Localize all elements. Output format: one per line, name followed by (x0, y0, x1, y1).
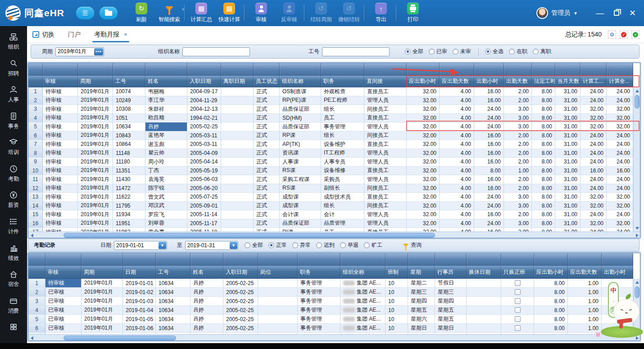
table-cell[interactable]: 8.00 (534, 288, 568, 297)
table-cell[interactable]: 星期四 (408, 297, 435, 306)
table-cell[interactable]: 4.00 (440, 158, 474, 167)
maximize-button[interactable] (614, 9, 619, 17)
table-cell[interactable]: 24.00 (607, 184, 633, 193)
table-cell[interactable]: 24.00 (474, 122, 504, 131)
table-cell[interactable] (221, 193, 254, 202)
column-header[interactable]: 职务 (298, 266, 340, 278)
table-cell[interactable]: 16.00 (474, 158, 504, 167)
table-cell[interactable]: 2019年01月 (78, 131, 113, 141)
table-cell[interactable]: 32.00 (581, 219, 607, 228)
table-cell[interactable]: 10634 (156, 306, 190, 315)
table-cell[interactable] (221, 202, 254, 211)
date-from-select[interactable]: 2019-01-01 ▼ (114, 241, 167, 250)
table-cell[interactable]: 2.00 (504, 228, 532, 231)
checkbox[interactable] (515, 325, 521, 331)
table-cell[interactable]: 2.00 (504, 140, 532, 149)
close-button[interactable]: ✕ (629, 9, 636, 17)
column-header[interactable]: 审核 (43, 76, 78, 87)
table-cell[interactable]: 正式 (254, 149, 280, 158)
toolbar-button-calc[interactable]: ▦快速计算 (215, 3, 243, 23)
table-cell[interactable]: 待审核 (43, 193, 78, 202)
column-header[interactable]: 出勤小时 (474, 76, 504, 87)
horizontal-scrollbar[interactable] (28, 334, 640, 341)
table-cell[interactable]: 2005-11-17 (187, 219, 221, 228)
table-cell[interactable]: 星期二 (408, 279, 435, 288)
sidebar-item-attendance[interactable]: 考勤 (0, 164, 27, 191)
table-row[interactable]: 15待审核2019年01月11934罗应飞2005-11-14正式会计课会计管理… (28, 210, 633, 219)
period-input[interactable]: 2019年01月 ••• (55, 47, 104, 56)
table-cell[interactable] (221, 149, 254, 158)
org-name-input[interactable] (182, 47, 250, 56)
column-header[interactable] (28, 266, 45, 278)
table-cell[interactable]: 2004-11-29 (187, 96, 221, 105)
table-cell[interactable]: 4.00 (440, 140, 474, 149)
table-cell[interactable]: 32.00 (581, 114, 607, 123)
table-cell[interactable]: PE工程师 (321, 96, 364, 105)
column-header[interactable]: 班制 (385, 266, 408, 278)
table-cell[interactable]: 10634 (156, 279, 190, 288)
table-cell[interactable]: 副组长 (321, 184, 364, 193)
table-cell[interactable]: 2005-07-25 (187, 193, 221, 202)
table-cell[interactable]: RP课 (280, 131, 321, 141)
table-cell[interactable] (258, 288, 298, 297)
table-cell[interactable] (467, 279, 501, 288)
column-header[interactable]: 岗位 (258, 266, 298, 278)
table-cell[interactable]: 2019年01月 (78, 105, 113, 114)
column-header[interactable]: 日期 (123, 266, 156, 278)
table-cell[interactable]: 32.00 (607, 122, 633, 131)
table-cell[interactable]: 2019年01月 (78, 149, 113, 158)
table-cell[interactable]: 已审核 (45, 315, 82, 324)
table-cell[interactable]: 品质管理 (321, 219, 364, 228)
table-cell[interactable]: 星期四 (435, 297, 467, 306)
table-cell[interactable]: 8.00 (474, 167, 504, 176)
table-cell[interactable]: 2.00 (504, 96, 532, 105)
table-cell[interactable]: 32.00 (407, 105, 440, 114)
table-cell[interactable]: 4.00 (440, 96, 474, 105)
table-cell[interactable]: 2005-02-25 (223, 288, 258, 297)
table-cell[interactable]: 2005-02-25 (223, 306, 258, 315)
table-cell[interactable]: 8.00 (532, 96, 555, 105)
table-cell[interactable]: 已审核 (45, 288, 82, 297)
table-cell[interactable]: 正式 (254, 158, 280, 167)
table-cell[interactable]: 吕婷 (190, 279, 223, 288)
table-cell[interactable]: 吕婷 (190, 297, 223, 306)
table-cell[interactable]: 24.00 (474, 114, 504, 123)
table-cell[interactable] (258, 324, 298, 333)
table-cell[interactable]: 间接员工 (364, 184, 407, 193)
table-cell[interactable]: 32.00 (407, 114, 440, 123)
table-cell[interactable]: 2019-01-02 (123, 288, 156, 297)
table-cell[interactable] (221, 140, 254, 149)
minimize-button[interactable]: — (596, 9, 604, 17)
table-cell[interactable]: 正式 (254, 210, 280, 219)
table-cell[interactable]: 事务管理 (298, 279, 340, 288)
table-cell[interactable]: 24.00 (581, 184, 607, 193)
tab-切换[interactable]: 切换 (32, 26, 54, 43)
table-cell[interactable]: 已审核 (45, 306, 82, 315)
table-cell[interactable]: 星期日 (408, 324, 435, 333)
table-cell[interactable]: 32.00 (607, 219, 633, 228)
table-row[interactable]: 5待审核2019年01月10634吕婷2005-02-25正式品质保证部事务管理… (28, 122, 633, 131)
table-cell[interactable]: 11962 (113, 228, 145, 231)
table-cell[interactable]: 32.00 (407, 184, 440, 193)
column-header[interactable]: 法定工时 (532, 76, 555, 87)
table-row[interactable]: 17待审核2019年01月11962黄金秀2005-11-18正式RI课员工直接… (28, 228, 633, 231)
table-cell[interactable]: 吕婷 (190, 324, 223, 333)
table-cell[interactable]: 31.00 (555, 158, 581, 167)
table-cell[interactable]: 集团 AE... (340, 279, 385, 288)
table-row[interactable]: 11待审核2019年01月11430袁海英2005-06-03正式采购工程课采购… (28, 175, 633, 184)
table-cell[interactable]: 李江华 (145, 96, 187, 105)
table-cell[interactable]: RI课 (280, 228, 321, 231)
table-cell[interactable]: 谢玉彪 (145, 140, 187, 149)
table-cell[interactable]: 人事课 (280, 158, 321, 167)
table-cell[interactable]: 32.00 (407, 210, 440, 219)
table-cell[interactable]: 8.00 (534, 315, 568, 324)
table-cell[interactable] (221, 175, 254, 184)
toolbar-button-funnel[interactable]: 智能搜索˅ (155, 3, 183, 23)
column-header[interactable]: 周期 (82, 266, 123, 278)
table-row[interactable]: 1待审核2019年01月10074韦丽梅2004-09-17正式OS制造课外观检… (28, 87, 633, 96)
table-cell[interactable]: 周小玲 (145, 158, 187, 167)
table-cell[interactable] (221, 114, 254, 123)
table-cell[interactable]: 10 (385, 306, 408, 315)
table-cell[interactable]: 4.00 (440, 105, 474, 114)
table-cell[interactable]: 10634 (156, 297, 190, 306)
